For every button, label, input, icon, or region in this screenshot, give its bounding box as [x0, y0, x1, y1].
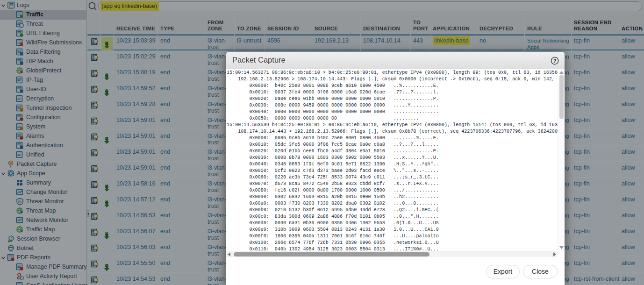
- svg-text:?: ?: [553, 58, 557, 64]
